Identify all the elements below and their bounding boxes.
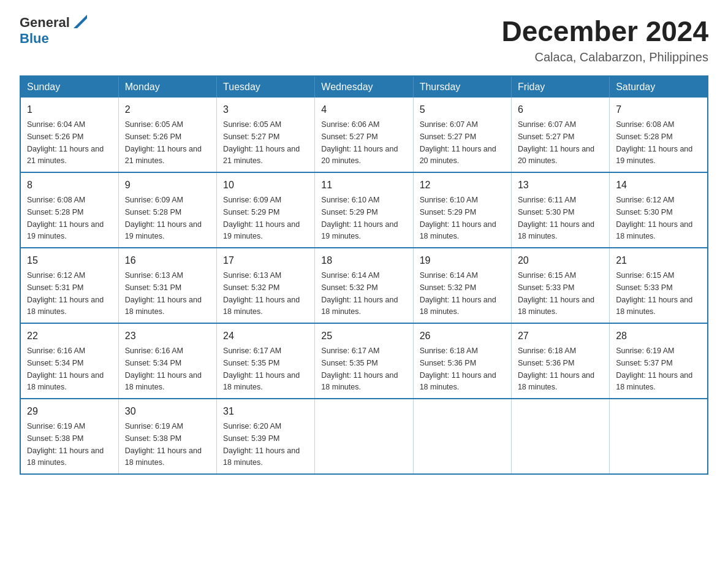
day-info: Sunrise: 6:07 AMSunset: 5:27 PMDaylight:… bbox=[420, 120, 496, 165]
calendar-cell: 14Sunrise: 6:12 AMSunset: 5:30 PMDayligh… bbox=[610, 172, 708, 248]
day-number: 2 bbox=[125, 102, 210, 117]
day-number: 28 bbox=[616, 329, 701, 343]
calendar-cell: 8Sunrise: 6:08 AMSunset: 5:28 PMDaylight… bbox=[20, 172, 118, 248]
day-number: 23 bbox=[125, 329, 210, 343]
logo-blue-text: Blue bbox=[20, 31, 49, 46]
day-info: Sunrise: 6:09 AMSunset: 5:28 PMDaylight:… bbox=[125, 196, 202, 240]
day-number: 21 bbox=[616, 253, 701, 268]
calendar-cell: 18Sunrise: 6:14 AMSunset: 5:32 PMDayligh… bbox=[315, 248, 413, 323]
calendar-header-thursday: Thursday bbox=[413, 76, 511, 98]
day-number: 19 bbox=[420, 253, 505, 268]
day-number: 13 bbox=[518, 178, 603, 193]
calendar-cell: 2Sunrise: 6:05 AMSunset: 5:26 PMDaylight… bbox=[118, 98, 216, 172]
day-number: 31 bbox=[223, 404, 308, 419]
calendar-cell: 12Sunrise: 6:10 AMSunset: 5:29 PMDayligh… bbox=[413, 172, 511, 248]
day-number: 5 bbox=[420, 102, 505, 117]
day-number: 4 bbox=[321, 102, 406, 117]
calendar-cell: 27Sunrise: 6:18 AMSunset: 5:36 PMDayligh… bbox=[511, 323, 609, 399]
day-info: Sunrise: 6:13 AMSunset: 5:31 PMDaylight:… bbox=[125, 271, 202, 316]
logo-general-text: General bbox=[20, 15, 70, 31]
day-info: Sunrise: 6:18 AMSunset: 5:36 PMDaylight:… bbox=[518, 347, 594, 391]
calendar-header-sunday: Sunday bbox=[20, 76, 118, 98]
calendar-header-row: SundayMondayTuesdayWednesdayThursdayFrid… bbox=[20, 76, 708, 98]
calendar-body: 1Sunrise: 6:04 AMSunset: 5:26 PMDaylight… bbox=[20, 98, 708, 474]
day-info: Sunrise: 6:16 AMSunset: 5:34 PMDaylight:… bbox=[27, 347, 104, 391]
day-info: Sunrise: 6:15 AMSunset: 5:33 PMDaylight:… bbox=[518, 271, 594, 316]
page-subtitle: Calaca, Calabarzon, Philippines bbox=[501, 50, 708, 64]
logo-triangle-icon bbox=[74, 15, 87, 28]
day-info: Sunrise: 6:05 AMSunset: 5:27 PMDaylight:… bbox=[223, 120, 300, 165]
calendar-week-row: 15Sunrise: 6:12 AMSunset: 5:31 PMDayligh… bbox=[20, 248, 708, 323]
calendar-cell: 24Sunrise: 6:17 AMSunset: 5:35 PMDayligh… bbox=[217, 323, 315, 399]
day-info: Sunrise: 6:19 AMSunset: 5:38 PMDaylight:… bbox=[27, 422, 104, 467]
calendar-cell: 4Sunrise: 6:06 AMSunset: 5:27 PMDaylight… bbox=[315, 98, 413, 172]
calendar-cell: 7Sunrise: 6:08 AMSunset: 5:28 PMDaylight… bbox=[610, 98, 708, 172]
calendar-cell: 10Sunrise: 6:09 AMSunset: 5:29 PMDayligh… bbox=[217, 172, 315, 248]
calendar-week-row: 22Sunrise: 6:16 AMSunset: 5:34 PMDayligh… bbox=[20, 323, 708, 399]
calendar-cell: 9Sunrise: 6:09 AMSunset: 5:28 PMDaylight… bbox=[118, 172, 216, 248]
day-number: 17 bbox=[223, 253, 308, 268]
day-number: 14 bbox=[616, 178, 701, 193]
day-info: Sunrise: 6:16 AMSunset: 5:34 PMDaylight:… bbox=[125, 347, 202, 391]
calendar-cell: 19Sunrise: 6:14 AMSunset: 5:32 PMDayligh… bbox=[413, 248, 511, 323]
day-number: 3 bbox=[223, 102, 308, 117]
day-number: 29 bbox=[27, 404, 112, 419]
day-number: 7 bbox=[616, 102, 701, 117]
calendar-cell: 25Sunrise: 6:17 AMSunset: 5:35 PMDayligh… bbox=[315, 323, 413, 399]
day-info: Sunrise: 6:05 AMSunset: 5:26 PMDaylight:… bbox=[125, 120, 202, 165]
calendar-cell: 30Sunrise: 6:19 AMSunset: 5:38 PMDayligh… bbox=[118, 399, 216, 474]
day-number: 15 bbox=[27, 253, 112, 268]
day-info: Sunrise: 6:12 AMSunset: 5:31 PMDaylight:… bbox=[27, 271, 104, 316]
calendar-cell bbox=[610, 399, 708, 474]
calendar-header-wednesday: Wednesday bbox=[315, 76, 413, 98]
calendar-week-row: 29Sunrise: 6:19 AMSunset: 5:38 PMDayligh… bbox=[20, 399, 708, 474]
day-info: Sunrise: 6:14 AMSunset: 5:32 PMDaylight:… bbox=[420, 271, 496, 316]
day-number: 18 bbox=[321, 253, 406, 268]
calendar-cell: 23Sunrise: 6:16 AMSunset: 5:34 PMDayligh… bbox=[118, 323, 216, 399]
day-info: Sunrise: 6:20 AMSunset: 5:39 PMDaylight:… bbox=[223, 422, 300, 467]
calendar-cell: 17Sunrise: 6:13 AMSunset: 5:32 PMDayligh… bbox=[217, 248, 315, 323]
calendar-cell bbox=[315, 399, 413, 474]
calendar-cell: 13Sunrise: 6:11 AMSunset: 5:30 PMDayligh… bbox=[511, 172, 609, 248]
day-info: Sunrise: 6:08 AMSunset: 5:28 PMDaylight:… bbox=[27, 196, 104, 240]
day-info: Sunrise: 6:04 AMSunset: 5:26 PMDaylight:… bbox=[27, 120, 104, 165]
day-number: 22 bbox=[27, 329, 112, 343]
day-number: 1 bbox=[27, 102, 112, 117]
title-area: December 2024 Calaca, Calabarzon, Philip… bbox=[501, 15, 708, 64]
day-info: Sunrise: 6:13 AMSunset: 5:32 PMDaylight:… bbox=[223, 271, 300, 316]
day-number: 24 bbox=[223, 329, 308, 343]
day-number: 12 bbox=[420, 178, 505, 193]
calendar-cell: 3Sunrise: 6:05 AMSunset: 5:27 PMDaylight… bbox=[217, 98, 315, 172]
day-info: Sunrise: 6:12 AMSunset: 5:30 PMDaylight:… bbox=[616, 196, 692, 240]
day-number: 9 bbox=[125, 178, 210, 193]
calendar-week-row: 8Sunrise: 6:08 AMSunset: 5:28 PMDaylight… bbox=[20, 172, 708, 248]
day-info: Sunrise: 6:07 AMSunset: 5:27 PMDaylight:… bbox=[518, 120, 594, 165]
day-info: Sunrise: 6:06 AMSunset: 5:27 PMDaylight:… bbox=[321, 120, 398, 165]
calendar-cell: 26Sunrise: 6:18 AMSunset: 5:36 PMDayligh… bbox=[413, 323, 511, 399]
calendar-table: SundayMondayTuesdayWednesdayThursdayFrid… bbox=[20, 75, 708, 475]
calendar-cell: 20Sunrise: 6:15 AMSunset: 5:33 PMDayligh… bbox=[511, 248, 609, 323]
day-number: 25 bbox=[321, 329, 406, 343]
calendar-cell: 31Sunrise: 6:20 AMSunset: 5:39 PMDayligh… bbox=[217, 399, 315, 474]
logo: General Blue bbox=[20, 15, 87, 47]
day-number: 26 bbox=[420, 329, 505, 343]
calendar-header-tuesday: Tuesday bbox=[217, 76, 315, 98]
calendar-cell: 29Sunrise: 6:19 AMSunset: 5:38 PMDayligh… bbox=[20, 399, 118, 474]
day-number: 27 bbox=[518, 329, 603, 343]
day-info: Sunrise: 6:10 AMSunset: 5:29 PMDaylight:… bbox=[420, 196, 496, 240]
day-number: 10 bbox=[223, 178, 308, 193]
calendar-cell: 28Sunrise: 6:19 AMSunset: 5:37 PMDayligh… bbox=[610, 323, 708, 399]
day-number: 6 bbox=[518, 102, 603, 117]
calendar-cell bbox=[413, 399, 511, 474]
day-number: 8 bbox=[27, 178, 112, 193]
day-info: Sunrise: 6:17 AMSunset: 5:35 PMDaylight:… bbox=[321, 347, 398, 391]
day-info: Sunrise: 6:17 AMSunset: 5:35 PMDaylight:… bbox=[223, 347, 300, 391]
calendar-cell: 1Sunrise: 6:04 AMSunset: 5:26 PMDaylight… bbox=[20, 98, 118, 172]
page-header: General Blue December 2024 Calaca, Calab… bbox=[20, 15, 708, 64]
day-info: Sunrise: 6:10 AMSunset: 5:29 PMDaylight:… bbox=[321, 196, 398, 240]
day-info: Sunrise: 6:19 AMSunset: 5:38 PMDaylight:… bbox=[125, 422, 202, 467]
day-number: 16 bbox=[125, 253, 210, 268]
calendar-header-friday: Friday bbox=[511, 76, 609, 98]
day-info: Sunrise: 6:14 AMSunset: 5:32 PMDaylight:… bbox=[321, 271, 398, 316]
calendar-header-monday: Monday bbox=[118, 76, 216, 98]
